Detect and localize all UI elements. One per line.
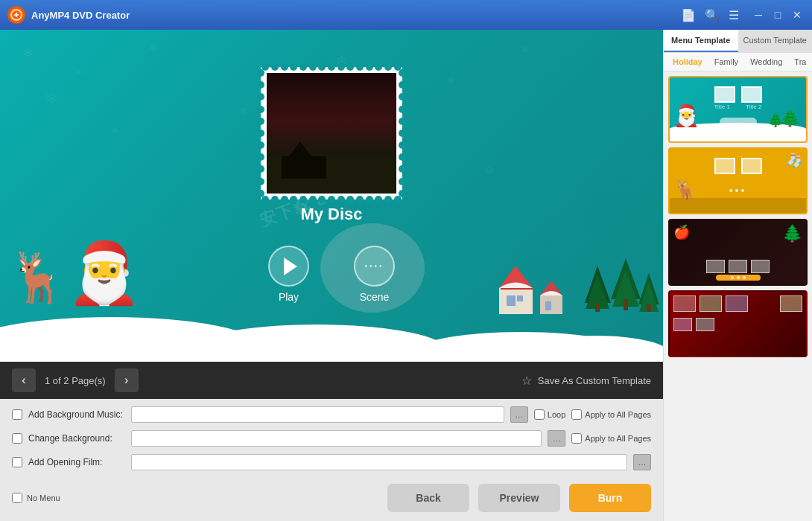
template-item[interactable]: 🌲 🌲 Title 1 Title 2 🎅 bbox=[668, 76, 808, 143]
next-page-button[interactable]: › bbox=[115, 368, 139, 392]
minimize-button[interactable]: ─ bbox=[751, 7, 766, 22]
template-item[interactable]: 🌲 🍎 bbox=[668, 219, 808, 286]
apply-all-music-label: Apply to All Pages bbox=[585, 410, 651, 419]
loop-group: Loop bbox=[534, 409, 565, 420]
preview-button[interactable]: Preview bbox=[478, 484, 560, 512]
dvd-preview: ❄ ❄ ❄ ❄ ❄ ❄ ❄ ❄ ❄ ❄ bbox=[0, 30, 663, 362]
template-type-tabs: Menu Template Custom Template bbox=[664, 30, 812, 53]
close-button[interactable]: ✕ bbox=[790, 7, 805, 22]
burn-button[interactable]: Burn bbox=[569, 484, 651, 512]
tpl-photo-frames bbox=[714, 158, 762, 174]
loop-checkbox[interactable] bbox=[534, 409, 545, 420]
cat-tab-wedding[interactable]: Wedding bbox=[744, 53, 788, 71]
stamp-perf-right bbox=[399, 67, 406, 199]
star-icon: ☆ bbox=[521, 374, 532, 388]
titlebar: AnyMP4 DVD Creator 📄 🔍 ☰ ─ □ ✕ bbox=[0, 0, 812, 30]
tab-menu-template[interactable]: Menu Template bbox=[664, 30, 738, 52]
controls-area: Add Background Music: … Loop Apply to Al… bbox=[0, 399, 663, 478]
cat-tab-family[interactable]: Family bbox=[708, 53, 744, 71]
snowflake-deco: ❄ bbox=[149, 41, 158, 53]
top-icons: 📄 🔍 ☰ bbox=[681, 8, 739, 22]
template-item[interactable]: 🦌 ••• 🧦 bbox=[668, 147, 808, 214]
tpl-photo-frames: Title 1 Title 2 bbox=[714, 86, 762, 103]
bg-music-checkbox[interactable] bbox=[12, 409, 22, 420]
opening-film-label: Add Opening Film: bbox=[28, 457, 125, 467]
tpl-mini-frame bbox=[706, 260, 725, 273]
play-group: Play bbox=[268, 246, 309, 303]
page-navigation: ‹ 1 of 2 Page(s) › bbox=[12, 368, 139, 392]
play-button-circle[interactable] bbox=[268, 246, 309, 287]
scene-group: •••• Scene bbox=[354, 246, 395, 303]
snowflake-deco: ❄ bbox=[521, 45, 529, 55]
no-menu-checkbox[interactable] bbox=[12, 493, 22, 503]
change-bg-checkbox[interactable] bbox=[12, 433, 22, 444]
document-icon[interactable]: 📄 bbox=[681, 8, 696, 22]
category-tabs: Holiday Family Wedding Tra ▶ bbox=[664, 53, 812, 71]
bg-music-browse-button[interactable]: … bbox=[510, 406, 528, 423]
tpl-photo-frame bbox=[700, 295, 722, 312]
stamp-perf-left bbox=[257, 67, 264, 199]
stamp-perf-bottom bbox=[261, 196, 402, 203]
cat-tab-holiday[interactable]: Holiday bbox=[667, 53, 708, 71]
santa-icon: 🎅 bbox=[67, 238, 142, 308]
loop-label: Loop bbox=[548, 410, 565, 419]
prev-page-button[interactable]: ‹ bbox=[12, 368, 36, 392]
template-list: 🌲 🌲 Title 1 Title 2 🎅 bbox=[664, 71, 812, 521]
tpl-mini-frame bbox=[729, 260, 747, 273]
tpl-mini-frame bbox=[714, 86, 735, 103]
menu-icon[interactable]: ☰ bbox=[729, 8, 739, 22]
template-item[interactable] bbox=[668, 290, 808, 357]
change-bg-browse-button[interactable]: … bbox=[548, 430, 565, 447]
tpl-photo-frame bbox=[780, 295, 802, 312]
santa-reindeer-deco: 🦌 🎅 bbox=[7, 205, 179, 339]
apply-all-music-checkbox[interactable] bbox=[571, 409, 582, 420]
stamp-container bbox=[261, 67, 402, 199]
tpl-tree-icon: 🌲 bbox=[767, 112, 784, 128]
apply-all-bg-checkbox[interactable] bbox=[571, 433, 582, 444]
tpl-santa-mini: 🎅 bbox=[673, 103, 700, 128]
preview-area: ❄ ❄ ❄ ❄ ❄ ❄ ❄ ❄ ❄ ❄ bbox=[0, 30, 663, 521]
opening-film-browse-button[interactable]: … bbox=[633, 454, 651, 470]
opening-film-input[interactable] bbox=[131, 454, 627, 470]
snowflake-deco: ❄ bbox=[484, 164, 494, 178]
tpl-reindeer-mini: 🦌 bbox=[673, 179, 697, 202]
tpl-bottom-frames bbox=[670, 260, 806, 273]
bg-music-label: Add Background Music: bbox=[28, 409, 125, 420]
svg-rect-13 bbox=[517, 295, 523, 301]
snowflake-deco: ❄ bbox=[22, 45, 34, 61]
change-bg-row: Change Background: … Apply to All Pages bbox=[12, 429, 651, 448]
scene-label: Scene bbox=[360, 291, 390, 303]
save-custom-template-button[interactable]: ☆ Save As Custom Template bbox=[521, 374, 651, 388]
change-bg-input[interactable] bbox=[131, 430, 542, 447]
apply-all-music-group: Apply to All Pages bbox=[571, 409, 651, 420]
app-title: AnyMP4 DVD Creator bbox=[31, 10, 681, 21]
opening-film-checkbox[interactable] bbox=[12, 457, 22, 467]
tpl-mini-frame bbox=[741, 158, 762, 174]
scene-button-circle[interactable]: •••• bbox=[354, 246, 395, 287]
snowflake-deco: ❄ bbox=[238, 104, 248, 118]
bg-music-input[interactable] bbox=[131, 406, 504, 423]
apply-all-bg-group: Apply to All Pages bbox=[571, 433, 651, 444]
window-controls: ─ □ ✕ bbox=[751, 7, 805, 22]
maximize-button[interactable]: □ bbox=[770, 7, 785, 22]
app-logo bbox=[7, 6, 25, 24]
apply-all-bg-label: Apply to All Pages bbox=[585, 434, 651, 443]
tpl-dots: ••• bbox=[729, 185, 747, 196]
bottom-navigation-bar: ‹ 1 of 2 Page(s) › ☆ Save As Custom Temp… bbox=[0, 362, 663, 399]
tpl-mini-frame bbox=[751, 260, 770, 273]
tpl-photo-frame bbox=[673, 318, 692, 331]
back-button[interactable]: Back bbox=[387, 484, 469, 512]
play-triangle-icon bbox=[284, 258, 297, 275]
snowflake-deco: ❄ bbox=[447, 74, 456, 86]
tpl-mini-frame bbox=[741, 86, 762, 103]
page-indicator: 1 of 2 Page(s) bbox=[45, 375, 106, 386]
cat-tab-travel[interactable]: Tra bbox=[788, 53, 812, 71]
no-menu-label: No Menu bbox=[27, 493, 60, 502]
tpl-mini-frame bbox=[714, 158, 735, 174]
snowflake-deco: ❄ bbox=[74, 67, 82, 77]
tab-custom-template[interactable]: Custom Template bbox=[738, 30, 813, 52]
tpl-photo-frame bbox=[726, 295, 748, 312]
search-icon[interactable]: 🔍 bbox=[705, 8, 720, 22]
tpl-orange-dots-bar bbox=[716, 275, 761, 281]
save-custom-label: Save As Custom Template bbox=[538, 375, 651, 386]
